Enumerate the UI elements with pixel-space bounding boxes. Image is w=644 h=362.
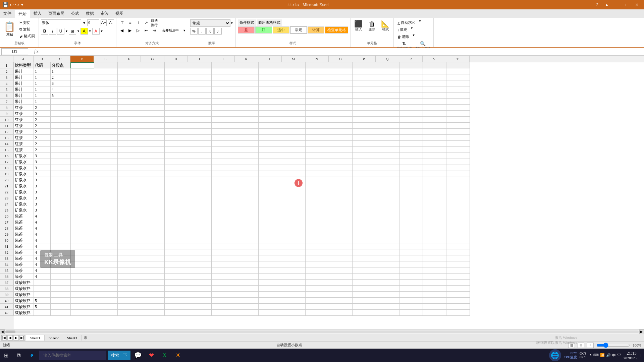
row-num-42[interactable]: 42: [0, 310, 13, 316]
cell-r1c19[interactable]: [423, 62, 446, 68]
cell-r7c17[interactable]: [376, 99, 399, 105]
cell-r38c14[interactable]: [306, 286, 329, 292]
cell-r35c7[interactable]: [141, 267, 165, 274]
font-color-dropdown-icon[interactable]: ▼: [100, 29, 103, 33]
cell-r41c19[interactable]: [423, 304, 446, 310]
wrap-text-btn[interactable]: 自动换行: [151, 19, 158, 26]
cell-r15c11[interactable]: [235, 147, 259, 153]
underline-button[interactable]: U: [57, 28, 64, 35]
scroll-track[interactable]: [5, 330, 639, 333]
cell-r19c4[interactable]: [71, 171, 94, 177]
cell-r29c3[interactable]: [51, 231, 71, 237]
cell-r19c12[interactable]: [259, 171, 282, 177]
cell-r18c11[interactable]: [235, 165, 259, 171]
cell-r8c14[interactable]: [306, 105, 329, 111]
cell-r6c16[interactable]: [353, 93, 376, 99]
cell-r37c10[interactable]: [212, 280, 235, 286]
cell-r13c17[interactable]: [376, 135, 399, 141]
row-num-18[interactable]: 18: [0, 165, 13, 171]
cell-r20c4[interactable]: [71, 177, 94, 183]
cell-r16c5[interactable]: [94, 153, 118, 159]
cell-r4c1[interactable]: 果汁: [14, 80, 34, 86]
quick-access-toolbar[interactable]: 💾 ↩ ↪ ▼: [3, 2, 24, 8]
cell-r9c19[interactable]: [423, 111, 446, 117]
tab-add-btn[interactable]: ⊕: [82, 334, 90, 341]
cell-r37c20[interactable]: [446, 280, 470, 286]
menu-file[interactable]: 文件: [0, 10, 15, 17]
cell-r41c4[interactable]: [71, 304, 94, 310]
cell-r2c19[interactable]: [423, 68, 446, 74]
row-num-23[interactable]: 23: [0, 195, 13, 201]
cell-r10c6[interactable]: [118, 117, 141, 123]
cell-r35c20[interactable]: [446, 267, 470, 274]
cell-r27c13[interactable]: [282, 219, 306, 225]
col-header-k[interactable]: K: [235, 56, 258, 62]
cell-r27c9[interactable]: [188, 219, 212, 225]
copy-button[interactable]: ⧉复制: [18, 26, 37, 33]
cell-r41c15[interactable]: [329, 304, 353, 310]
cell-r24c20[interactable]: [446, 201, 470, 207]
cell-r15c19[interactable]: [423, 147, 446, 153]
cell-r7c12[interactable]: [259, 99, 282, 105]
cell-r29c6[interactable]: [118, 231, 141, 237]
tab-first-btn[interactable]: |◀: [1, 335, 7, 341]
cell-r20c7[interactable]: [141, 177, 165, 183]
cell-r34c19[interactable]: [423, 261, 446, 267]
cell-r31c15[interactable]: [329, 243, 353, 249]
cell-r37c15[interactable]: [329, 280, 353, 286]
cell-r26c12[interactable]: [259, 213, 282, 219]
cell-r41c14[interactable]: [306, 304, 329, 310]
cell-r8c2[interactable]: 2: [34, 105, 51, 111]
cell-r5c3[interactable]: 4: [51, 86, 71, 93]
cell-r4c9[interactable]: [188, 80, 212, 86]
cell-r38c11[interactable]: [235, 286, 259, 292]
cell-r1c12[interactable]: [259, 62, 282, 68]
cell-r10c17[interactable]: [376, 117, 399, 123]
row-num-4[interactable]: 4: [0, 80, 13, 86]
cell-r13c15[interactable]: [329, 135, 353, 141]
cell-r12c3[interactable]: [51, 129, 71, 135]
cell-r28c10[interactable]: [212, 225, 235, 231]
cell-r16c12[interactable]: [259, 153, 282, 159]
cell-r16c2[interactable]: 3: [34, 153, 51, 159]
cell-r4c4[interactable]: [71, 80, 94, 86]
cell-r32c1[interactable]: 绿茶: [14, 249, 34, 255]
tab-last-btn[interactable]: ▶|: [19, 335, 25, 341]
cell-r27c19[interactable]: [423, 219, 446, 225]
cell-r28c18[interactable]: [399, 225, 423, 231]
num-format-dropdown-icon[interactable]: ▼: [230, 21, 233, 25]
cell-r25c16[interactable]: [353, 207, 376, 213]
cell-r9c11[interactable]: [235, 111, 259, 117]
cell-r23c6[interactable]: [118, 195, 141, 201]
cell-r25c10[interactable]: [212, 207, 235, 213]
font-name-dropdown-icon[interactable]: ▼: [83, 21, 86, 25]
row-num-1[interactable]: 1: [0, 62, 13, 68]
tab-sheet1[interactable]: Sheet1: [26, 335, 45, 341]
cell-r32c3[interactable]: [51, 249, 71, 255]
cell-r38c12[interactable]: [259, 286, 282, 292]
cell-r24c1[interactable]: 矿泉水: [14, 201, 34, 207]
cell-r18c10[interactable]: [212, 165, 235, 171]
cell-reference-box[interactable]: [1, 48, 28, 55]
menu-home[interactable]: 开始: [15, 10, 30, 18]
cell-r2c2[interactable]: 1: [34, 68, 51, 74]
cell-r22c10[interactable]: [212, 189, 235, 195]
row-num-34[interactable]: 34: [0, 261, 13, 267]
cell-r23c10[interactable]: [212, 195, 235, 201]
cell-r12c19[interactable]: [423, 129, 446, 135]
cell-r7c19[interactable]: [423, 99, 446, 105]
cell-r16c17[interactable]: [376, 153, 399, 159]
cell-r17c2[interactable]: 3: [34, 159, 51, 165]
cell-r21c19[interactable]: [423, 183, 446, 189]
cell-r38c6[interactable]: [118, 286, 141, 292]
cell-r1c1[interactable]: 饮料类型: [14, 62, 34, 68]
cell-r24c12[interactable]: [259, 201, 282, 207]
cell-r3c12[interactable]: [259, 74, 282, 80]
row-num-36[interactable]: 36: [0, 274, 13, 280]
cell-r1c7[interactable]: [141, 62, 165, 68]
cell-r4c8[interactable]: [165, 80, 188, 86]
cell-r31c19[interactable]: [423, 243, 446, 249]
cell-r15c8[interactable]: [165, 147, 188, 153]
align-right-btn[interactable]: ▷: [135, 27, 142, 34]
cell-r17c17[interactable]: [376, 159, 399, 165]
